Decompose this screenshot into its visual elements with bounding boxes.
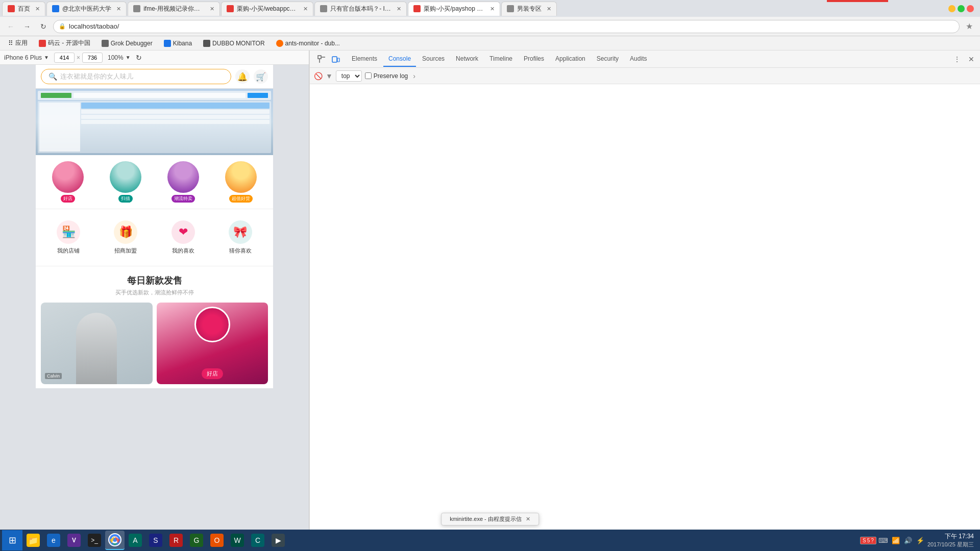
panes-area: iPhone 6 Plus ▼ × 100% ▼ ↻: [0, 51, 980, 541]
height-input[interactable]: [82, 53, 103, 63]
tab-close-5[interactable]: ✕: [397, 6, 401, 12]
more-options-button[interactable]: ✕: [965, 53, 978, 66]
grok-icon: [102, 40, 109, 47]
taskbar-ie[interactable]: e: [44, 531, 63, 550]
cart-icon-btn[interactable]: 🛒: [254, 69, 268, 84]
kminirtite-popup: kminirtite.exe - 由程度提示信 ✕: [441, 513, 539, 525]
taskbar-app7[interactable]: C: [248, 531, 267, 550]
tab-close-4[interactable]: ✕: [303, 6, 308, 12]
cat-circle-1: [52, 161, 84, 193]
bookmark-cloud[interactable]: 码云 - 开源中国: [35, 38, 94, 48]
shop-icon: 🏪: [57, 220, 80, 244]
taskbar-app6[interactable]: W: [228, 531, 247, 550]
devtools-left-icons: [312, 53, 346, 66]
bookmark-ants[interactable]: ants-monitor - dub...: [272, 39, 344, 48]
taobao-search-bar[interactable]: 🔍 连衣裙就是你的女人味儿: [41, 69, 231, 84]
inspect-element-button[interactable]: [315, 53, 328, 66]
close-window-button[interactable]: [967, 5, 974, 12]
taskbar-app8[interactable]: ▶: [268, 531, 288, 550]
bookmark-dubbo[interactable]: DUBBO MONITOR: [199, 39, 268, 48]
popup-close-icon[interactable]: ✕: [526, 516, 530, 522]
tab-network[interactable]: Network: [451, 52, 483, 67]
browser-tab-2[interactable]: @北京中医药大学 ✕: [46, 2, 127, 16]
tab-close-3[interactable]: ✕: [210, 6, 214, 12]
context-selector[interactable]: top: [336, 70, 362, 82]
device-selector[interactable]: iPhone 6 Plus ▼: [4, 54, 49, 61]
cat-item-1[interactable]: 好店: [40, 161, 95, 203]
icon-recommend[interactable]: 🎀 猜你喜欢: [212, 216, 269, 259]
taskbar-app1[interactable]: A: [126, 531, 145, 550]
minimize-button[interactable]: [948, 5, 955, 12]
address-box[interactable]: 🔒 localhost/taobao/: [53, 20, 960, 33]
device-toggle-button[interactable]: [329, 53, 342, 66]
taskbar: ⊞ 📁 e V >_ A S R G O W C ▶ S: [0, 530, 980, 551]
taskbar-app4[interactable]: G: [187, 531, 206, 550]
clear-console-icon[interactable]: 🚫: [314, 72, 323, 80]
tab-timeline[interactable]: Timeline: [484, 52, 518, 67]
bell-icon-btn[interactable]: 🔔: [235, 69, 250, 84]
tab-application[interactable]: Application: [550, 52, 591, 67]
preserve-log-checkbox[interactable]: [365, 72, 372, 79]
maximize-button[interactable]: [958, 5, 965, 12]
taskbar-explorer[interactable]: 📁: [23, 531, 43, 550]
tab-close-7[interactable]: ✕: [547, 6, 551, 12]
bookmark-star-button[interactable]: ★: [963, 21, 976, 31]
new-section-title: 每日新款发售: [41, 274, 268, 287]
tab-console[interactable]: Console: [383, 52, 416, 67]
filter-icon[interactable]: ▼: [326, 72, 333, 80]
bookmark-apps[interactable]: ⠿ 应用: [4, 38, 32, 48]
reload-button[interactable]: ↻: [37, 20, 50, 33]
tab-security[interactable]: Security: [592, 52, 624, 67]
forward-button[interactable]: →: [20, 20, 34, 33]
icon-favorites[interactable]: ❤ 我的喜欢: [155, 216, 212, 259]
title-bar: 百页 ✕ @北京中医药大学 ✕ ifme-用视频记录你的生... ✕ 栗购-小买…: [0, 0, 980, 17]
browser-tab-1[interactable]: 百页 ✕: [2, 2, 45, 16]
browser-tab-3[interactable]: ifme-用视频记录你的生... ✕: [128, 2, 220, 16]
taskbar-visual-studio[interactable]: V: [64, 531, 84, 550]
browser-tab-4[interactable]: 栗购-小买/webappchat... ✕: [221, 2, 313, 16]
banner-row1: [38, 91, 271, 100]
tab-close-6[interactable]: ✕: [490, 6, 495, 12]
browser-tab-5[interactable]: 只有官台版本吗？- Issu... ✕: [314, 2, 407, 16]
tab-sources[interactable]: Sources: [417, 52, 450, 67]
taskbar-app5[interactable]: O: [207, 531, 227, 550]
system-clock[interactable]: 下午 17:34 2017/10/25 星期三: [927, 532, 974, 548]
back-button[interactable]: ←: [4, 20, 17, 33]
mobile-scroll-area[interactable]: 🔍 连衣裙就是你的女人味儿 🔔 🛒: [0, 65, 309, 541]
product-avatar-2: [194, 307, 230, 342]
icon-my-shop[interactable]: 🏪 我的店铺: [40, 216, 97, 259]
product-card-1[interactable]: Calvin: [41, 303, 153, 384]
width-input[interactable]: [54, 53, 75, 63]
bookmark-kibana[interactable]: Kibana: [160, 39, 196, 48]
start-button[interactable]: ⊞: [2, 530, 22, 550]
browser-tab-6[interactable]: 栗购-小买/payshop -看... ✕: [408, 2, 500, 16]
tab-close-2[interactable]: ✕: [116, 6, 121, 12]
preserve-log-label[interactable]: Preserve log: [365, 72, 408, 80]
taskbar-app2[interactable]: S: [146, 531, 165, 550]
kminirtite-notification[interactable]: S 5 ?: [860, 537, 876, 544]
cat-item-2[interactable]: 扫描: [97, 161, 153, 203]
cat-item-3[interactable]: 潮流特卖: [156, 161, 211, 203]
tab-close-1[interactable]: ✕: [35, 6, 40, 12]
tab-favicon-3: [133, 5, 140, 12]
expand-console-icon[interactable]: ›: [411, 71, 418, 81]
bookmark-grok[interactable]: Grok Debugger: [97, 39, 157, 48]
rotate-icon[interactable]: ↻: [136, 54, 142, 62]
address-text: localhost/taobao/: [69, 22, 119, 30]
taskbar-chrome[interactable]: [105, 531, 125, 550]
tab-audits[interactable]: Audits: [625, 52, 652, 67]
cat-label-1: 好店: [61, 195, 75, 203]
cat-item-4[interactable]: 超值好货: [213, 161, 269, 203]
kibana-icon: [164, 40, 171, 47]
settings-button[interactable]: ⋮: [950, 53, 964, 66]
taskbar-app3[interactable]: R: [166, 531, 186, 550]
browser-tab-7[interactable]: 男装专区 ✕: [501, 2, 557, 16]
product-card-2[interactable]: 好店: [157, 303, 268, 384]
taskbar-cmd[interactable]: >_: [85, 531, 104, 550]
zoom-selector[interactable]: 100% ▼: [108, 54, 131, 61]
tab-elements[interactable]: Elements: [347, 52, 382, 67]
clock-date: 2017/10/25 星期三: [927, 541, 974, 548]
tab-favicon-2: [52, 5, 59, 12]
icon-franchise[interactable]: 🎁 招商加盟: [97, 216, 154, 259]
tab-profiles[interactable]: Profiles: [519, 52, 549, 67]
